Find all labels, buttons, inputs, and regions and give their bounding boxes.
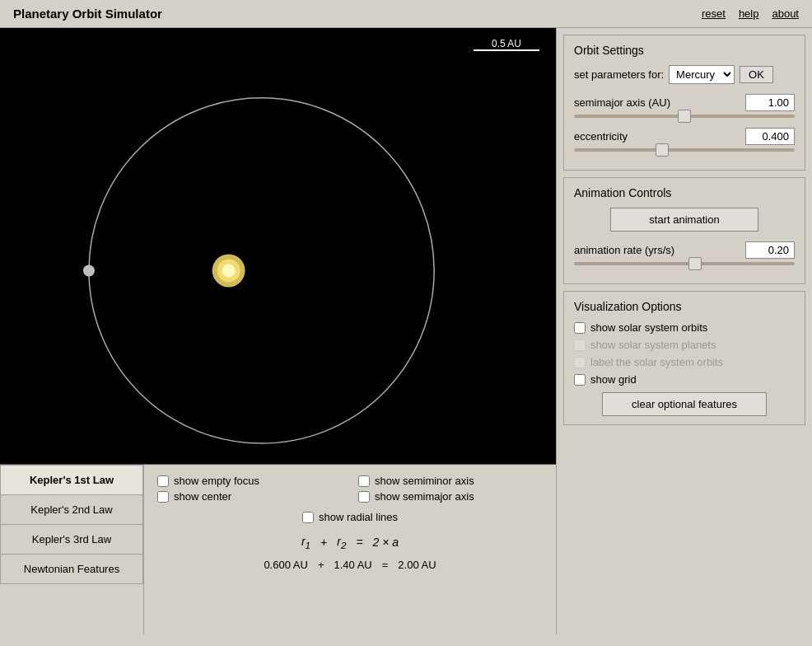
eccentricity-value: 0.400 xyxy=(745,128,795,145)
animation-rate-track xyxy=(574,262,795,265)
checkbox-grid: show empty focus show semiminor axis sho… xyxy=(157,475,543,503)
set-params-row: set parameters for: Mercury Venus Earth … xyxy=(574,65,795,84)
show-center-checkbox[interactable] xyxy=(157,491,169,503)
show-center-label: show center xyxy=(174,490,231,503)
svg-point-3 xyxy=(222,264,236,277)
show-semiminor-axis-row: show semiminor axis xyxy=(358,475,543,487)
nav-links: reset help about xyxy=(702,7,799,20)
show-semiminor-axis-checkbox[interactable] xyxy=(358,475,370,487)
eccentricity-slider[interactable] xyxy=(574,148,795,152)
app-title: Planetary Orbit Simulator xyxy=(13,7,162,21)
show-radial-lines-checkbox[interactable] xyxy=(302,512,314,523)
equation-row: r1 + r2 = 2 × a xyxy=(157,535,543,550)
val-r2: 1.40 AU xyxy=(334,559,371,571)
tab-keplers-2nd[interactable]: Kepler's 2nd Law xyxy=(0,494,143,524)
animation-rate-slider[interactable] xyxy=(574,262,795,265)
show-solar-system-planets-row: show solar system planets xyxy=(574,339,795,351)
show-grid-label: show grid xyxy=(590,373,637,386)
val-r1: 0.600 AU xyxy=(264,559,308,571)
show-semimajor-axis-row: show semimajor axis xyxy=(358,490,543,503)
semimajor-axis-value: 1.00 xyxy=(745,94,795,111)
help-link[interactable]: help xyxy=(739,7,759,20)
show-semimajor-axis-label: show semimajor axis xyxy=(375,490,474,503)
planet-select[interactable]: Mercury Venus Earth Mars Jupiter Saturn … xyxy=(669,65,735,84)
orbit-settings-title: Orbit Settings xyxy=(574,44,795,57)
svg-point-4 xyxy=(83,264,95,276)
show-solar-system-planets-label: show solar system planets xyxy=(590,339,716,351)
equation-values: 0.600 AU + 1.40 AU = 2.00 AU xyxy=(157,559,543,571)
eccentricity-thumb[interactable] xyxy=(656,143,669,157)
set-params-label: set parameters for: xyxy=(574,68,664,81)
semimajor-axis-track xyxy=(574,115,795,118)
eq-r2: r2 xyxy=(337,535,346,550)
show-empty-focus-checkbox[interactable] xyxy=(157,475,169,487)
show-radial-lines-row: show radial lines xyxy=(157,511,543,523)
animation-controls-panel: Animation Controls start animation anima… xyxy=(563,177,805,284)
semimajor-axis-slider[interactable] xyxy=(574,115,795,118)
eccentricity-row: eccentricity 0.400 xyxy=(574,128,795,145)
show-center-row: show center xyxy=(157,490,342,503)
label-solar-system-orbits-checkbox[interactable] xyxy=(574,357,586,368)
title-bar: Planetary Orbit Simulator reset help abo… xyxy=(0,0,812,28)
show-grid-checkbox[interactable] xyxy=(574,374,586,386)
orbit-svg xyxy=(0,28,556,464)
label-solar-system-orbits-row: label the solar system orbits xyxy=(574,356,795,368)
visualization-options-panel: Visualization Options show solar system … xyxy=(563,291,805,425)
show-solar-system-orbits-row: show solar system orbits xyxy=(574,321,795,334)
show-radial-lines-label: show radial lines xyxy=(319,511,398,523)
eq-plus: + xyxy=(320,536,327,549)
simulation-canvas: 0.5 AU xyxy=(0,28,556,465)
svg-point-0 xyxy=(89,98,434,443)
val-equals: = xyxy=(382,559,389,571)
semimajor-axis-label: semimajor axis (AU) xyxy=(574,96,670,109)
main-layout: 0.5 AU Kepler's 1st Law xyxy=(0,28,812,634)
show-semimajor-axis-checkbox[interactable] xyxy=(358,491,370,503)
eq-equals: = xyxy=(356,536,362,549)
right-panel: Orbit Settings set parameters for: Mercu… xyxy=(557,28,812,634)
label-solar-system-orbits-label: label the solar system orbits xyxy=(590,356,723,368)
show-solar-system-orbits-label: show solar system orbits xyxy=(590,321,707,334)
clear-optional-features-button[interactable]: clear optional features xyxy=(602,392,767,416)
semimajor-axis-row: semimajor axis (AU) 1.00 xyxy=(574,94,795,111)
eccentricity-track xyxy=(574,148,795,152)
animation-controls-title: Animation Controls xyxy=(574,186,795,199)
show-solar-system-planets-checkbox[interactable] xyxy=(574,339,586,351)
visualization-options-title: Visualization Options xyxy=(574,300,795,313)
keplers-1st-controls: show empty focus show semiminor axis sho… xyxy=(144,465,556,634)
reset-link[interactable]: reset xyxy=(702,7,726,20)
val-plus: + xyxy=(318,559,324,571)
eq-rhs: 2 × a xyxy=(373,536,399,549)
val-rhs: 2.00 AU xyxy=(398,559,436,571)
show-empty-focus-row: show empty focus xyxy=(157,475,342,487)
show-empty-focus-label: show empty focus xyxy=(174,475,259,487)
animation-rate-row: animation rate (yrs/s) 0.20 xyxy=(574,241,795,259)
left-panel: 0.5 AU Kepler's 1st Law xyxy=(0,28,557,634)
ok-button[interactable]: OK xyxy=(740,66,773,83)
tab-keplers-3rd[interactable]: Kepler's 3rd Law xyxy=(0,524,143,554)
animation-rate-thumb[interactable] xyxy=(688,257,702,270)
about-link[interactable]: about xyxy=(772,7,799,20)
start-animation-button[interactable]: start animation xyxy=(610,208,758,232)
orbit-settings-panel: Orbit Settings set parameters for: Mercu… xyxy=(563,35,805,171)
show-solar-system-orbits-checkbox[interactable] xyxy=(574,322,586,334)
animation-rate-label: animation rate (yrs/s) xyxy=(574,244,674,256)
show-grid-row: show grid xyxy=(574,373,795,386)
animation-rate-value: 0.20 xyxy=(745,241,795,259)
tab-newtonian[interactable]: Newtonian Features xyxy=(0,554,143,584)
bottom-controls: Kepler's 1st Law Kepler's 2nd Law Kepler… xyxy=(0,465,556,634)
show-semiminor-axis-label: show semiminor axis xyxy=(375,475,474,487)
semimajor-axis-thumb[interactable] xyxy=(678,110,691,123)
tab-keplers-1st[interactable]: Kepler's 1st Law xyxy=(0,465,143,494)
eq-r1: r1 xyxy=(301,535,310,550)
eccentricity-label: eccentricity xyxy=(574,130,628,143)
tab-sidebar: Kepler's 1st Law Kepler's 2nd Law Kepler… xyxy=(0,465,144,634)
